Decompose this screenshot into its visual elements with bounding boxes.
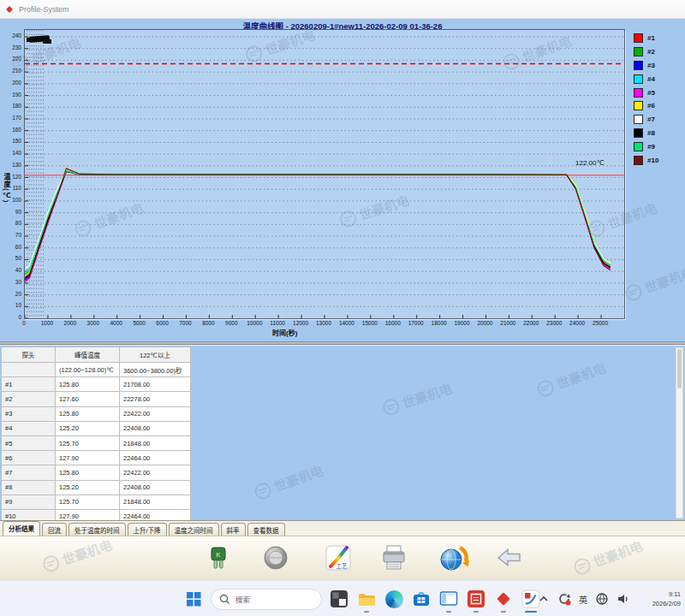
table-cell: #3 [2, 406, 56, 421]
table-row[interactable]: #4125.2022408.00 [2, 421, 191, 435]
table-row[interactable]: #7125.8022422.00 [2, 465, 191, 480]
series-line-#9 [25, 171, 611, 274]
table-row[interactable]: #9125.7021848.00 [2, 495, 191, 509]
table-row[interactable]: #2127.6022278.00 [2, 392, 191, 406]
tab-分析结果[interactable]: 分析结果 [3, 521, 40, 536]
tab-查看数据[interactable]: 查看数据 [247, 523, 285, 536]
table-cell: 22408.00 [120, 480, 191, 495]
thermocouple-connector-button[interactable]: K [203, 542, 234, 575]
x-tick-label: 16000 [381, 320, 405, 326]
vertical-scrollbar[interactable] [676, 347, 683, 518]
legend-item[interactable]: #2 [634, 45, 658, 59]
folder-icon [357, 589, 376, 608]
legend-item[interactable]: #5 [634, 86, 658, 99]
svg-text:K: K [216, 551, 221, 559]
y-tick-label: 110 [1, 185, 21, 191]
legend-item[interactable]: #8 [634, 127, 658, 140]
tab-斜率[interactable]: 斜率 [221, 523, 246, 536]
edge-browser-button[interactable] [384, 583, 404, 614]
table-cell: 125.20 [56, 421, 120, 435]
clock-date: 2026/2/09 [652, 599, 681, 608]
x-tick-label: 24000 [565, 320, 589, 326]
sync-alert-icon[interactable] [557, 592, 571, 606]
column-header: 峰值温度 [56, 347, 120, 363]
table-cell: 21708.00 [120, 377, 191, 392]
x-tick-label: 25000 [588, 320, 612, 326]
system-tray: 英 [538, 581, 630, 616]
print-button[interactable] [378, 542, 409, 575]
title-bar: Profile-System [0, 0, 685, 19]
start-button[interactable] [183, 583, 204, 614]
legend-item[interactable]: #1 [634, 32, 658, 45]
y-tick-label: 130 [1, 162, 21, 168]
y-tick-label: 200 [1, 80, 21, 86]
taskbar-clock[interactable]: 9:11 2026/2/09 [652, 581, 681, 616]
table-header-row: 探头峰值温度122℃以上 [2, 347, 191, 363]
web-sync-icon [438, 543, 469, 574]
legend-label: #5 [647, 89, 655, 97]
ime-globe-icon[interactable] [595, 592, 609, 606]
tab-上升/下降[interactable]: 上升/下降 [128, 523, 167, 536]
back-arrow-icon [494, 543, 525, 574]
volume-icon[interactable] [616, 592, 630, 606]
table-row[interactable]: #8125.2022408.00 [2, 480, 191, 495]
x-tick-label: 5000 [128, 320, 152, 326]
y-tick-label: 50 [1, 255, 21, 261]
ime-language-indicator[interactable]: 英 [579, 593, 587, 606]
legend-color-swatch [634, 142, 643, 151]
tab-温度之间时间[interactable]: 温度之间时间 [169, 523, 219, 536]
process-edit-icon: 工艺 [323, 543, 354, 574]
y-tick-label: 240 [1, 33, 21, 38]
legend-color-swatch [634, 33, 643, 43]
x-tick-label: 22000 [519, 320, 543, 326]
windows-taskbar: 搜索 [0, 580, 685, 616]
table-cell: 125.80 [56, 406, 120, 421]
legend-item[interactable]: #7 [634, 113, 658, 127]
red-app-button[interactable] [466, 583, 486, 614]
plot-area[interactable] [24, 29, 625, 319]
x-tick-label: 9000 [219, 320, 243, 326]
web-sync-button[interactable] [438, 542, 469, 575]
y-tick-label: 160 [1, 127, 21, 133]
y-tick-label: 190 [1, 92, 21, 98]
x-tick-label: 0 [12, 320, 36, 326]
table-cell: 21848.00 [120, 435, 191, 450]
legend-item[interactable]: #10 [634, 153, 658, 167]
column-header: 122℃以上 [120, 347, 191, 363]
legend-item[interactable]: #6 [634, 99, 658, 113]
store-button[interactable] [411, 583, 432, 614]
tray-chevron-icon[interactable] [538, 593, 550, 605]
scrollbar-thumb[interactable] [677, 349, 682, 388]
store-icon [412, 589, 431, 608]
task-view-icon [330, 589, 348, 608]
task-view-button[interactable] [329, 583, 349, 614]
legend-label: #3 [647, 62, 655, 69]
medal-button[interactable] [260, 542, 291, 575]
x-tick-label: 13000 [312, 320, 336, 326]
process-edit-button[interactable]: 工艺 [323, 542, 354, 575]
table-row[interactable]: #6127.9022464.00 [2, 451, 191, 465]
y-tick-label: 80 [1, 220, 21, 226]
legend-color-swatch [634, 88, 643, 98]
table-row[interactable]: #1125.8021708.00 [2, 377, 191, 392]
table-row[interactable]: #5125.7021848.00 [2, 435, 191, 450]
y-tick-label: 20 [1, 291, 21, 297]
tab-回流[interactable]: 回流 [42, 523, 67, 536]
file-explorer-button[interactable] [356, 583, 377, 614]
back-button[interactable] [494, 542, 525, 575]
table-row[interactable]: #3125.8022422.00 [2, 406, 191, 421]
bottom-toolbar: K 工艺 [0, 536, 685, 580]
legend-item[interactable]: #3 [634, 59, 658, 73]
legend-item[interactable]: #4 [634, 72, 658, 86]
search-box[interactable]: 搜索 [211, 589, 322, 610]
remote-window-button[interactable] [438, 583, 459, 614]
profile-system-taskbar-button[interactable] [493, 583, 514, 614]
tab-处于温度的时间[interactable]: 处于温度的时间 [68, 523, 126, 536]
y-tick-label: 60 [1, 244, 21, 250]
running-indicator [501, 611, 506, 613]
series-line-#1 [25, 171, 611, 278]
x-tick-label: 19000 [450, 320, 474, 326]
legend-item[interactable]: #9 [634, 139, 658, 153]
table-cell: 21848.00 [120, 495, 191, 509]
x-tick-label: 15000 [358, 320, 382, 326]
